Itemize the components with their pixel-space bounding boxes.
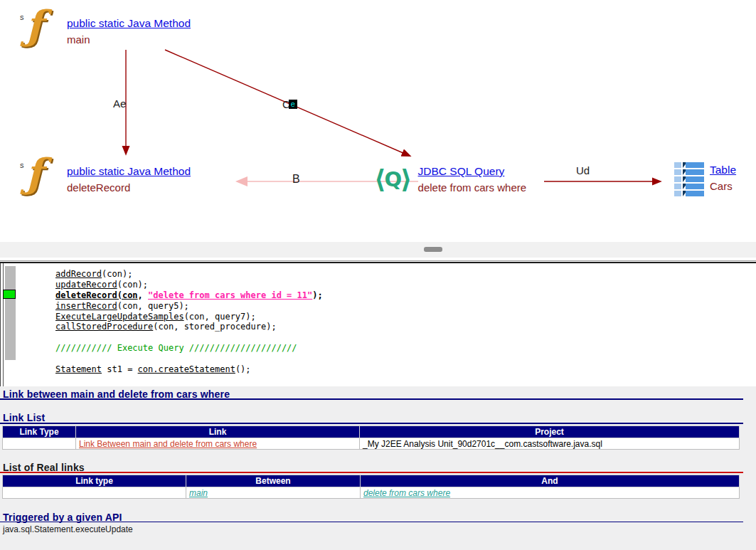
real-links-row: main delete from cars where: [3, 487, 740, 499]
divider-line: [0, 260, 756, 261]
selected-edge-label-part: e: [289, 100, 297, 109]
dependency-graph: s ƒ public static Java Method main s ƒ p…: [0, 0, 756, 242]
between-object-link[interactable]: main: [189, 488, 208, 498]
node-delete-record-type-link[interactable]: public static Java Method: [67, 165, 191, 178]
cell-link-type: [3, 487, 186, 499]
node-jdbc-query-name: delete from cars where: [418, 181, 527, 194]
link-report: Link between main and delete from cars w…: [0, 386, 756, 550]
node-delete-record-name: deleteRecord: [67, 181, 191, 194]
code-viewer[interactable]: addRecord(con);updateRecord(con);deleteR…: [0, 263, 756, 386]
node-table-type-link[interactable]: Table: [710, 164, 736, 176]
link-list-rule: [0, 423, 743, 424]
node-table[interactable]: Table Cars: [674, 161, 736, 196]
code-gutter: [5, 266, 16, 360]
edge-label-ae[interactable]: Ae: [113, 97, 126, 110]
node-main-type-link[interactable]: public static Java Method: [67, 17, 191, 30]
column-header-link-type: Link Type: [3, 426, 76, 438]
title-rule: [0, 398, 743, 400]
app-window: s ƒ public static Java Method main s ƒ p…: [0, 0, 756, 550]
link-list-table: Link Type Link Project Link Between main…: [2, 425, 740, 450]
jdbc-query-icon: ⟨Q⟩: [374, 165, 412, 194]
static-modifier: s: [20, 13, 24, 21]
java-method-icon: s ƒ: [20, 159, 61, 196]
link-list-row: Link Between main and delete from cars w…: [3, 438, 740, 450]
code-lines: addRecord(con);updateRecord(con);deleteR…: [55, 269, 323, 375]
splitter-drag-handle[interactable]: [424, 247, 442, 252]
api-rule: [0, 522, 743, 522]
edge-label-ud[interactable]: Ud: [576, 164, 590, 176]
column-header-link: Link: [76, 426, 360, 438]
cell-project: _My J2EE Analysis Unit_90d2701c__com.cas…: [360, 438, 740, 450]
real-links-table: Link type Between And main delete from c…: [2, 475, 740, 499]
node-jdbc-query-type-link[interactable]: JDBC SQL Query: [418, 165, 527, 178]
java-method-icon: s ƒ: [20, 11, 61, 48]
edge-label-ce[interactable]: Ce: [282, 98, 297, 110]
real-links-rule: [0, 472, 743, 473]
column-header-between: Between: [186, 475, 361, 487]
column-header-link-type: Link type: [3, 475, 186, 487]
node-table-name: Cars: [710, 180, 736, 192]
column-header-project: Project: [360, 426, 740, 438]
table-icon: [674, 162, 704, 196]
link-list-heading: Link List: [3, 412, 45, 423]
node-delete-record[interactable]: s ƒ public static Java Method deleteReco…: [20, 159, 191, 196]
current-line-marker: [3, 290, 16, 299]
api-value: java.sql.Statement.executeUpdate: [3, 524, 133, 534]
node-jdbc-query[interactable]: ⟨Q⟩ JDBC SQL Query delete from cars wher…: [374, 164, 526, 194]
node-main-name: main: [67, 33, 191, 46]
pane-splitter: [0, 242, 756, 258]
cell-link-type: [3, 438, 76, 450]
and-object-link[interactable]: delete from cars where: [363, 488, 450, 498]
edge-label-b[interactable]: B: [292, 173, 300, 186]
node-main[interactable]: s ƒ public static Java Method main: [20, 11, 191, 48]
column-header-and: And: [361, 475, 740, 487]
static-modifier: s: [20, 161, 24, 169]
link-between-link[interactable]: Link Between main and delete from cars w…: [79, 439, 257, 449]
